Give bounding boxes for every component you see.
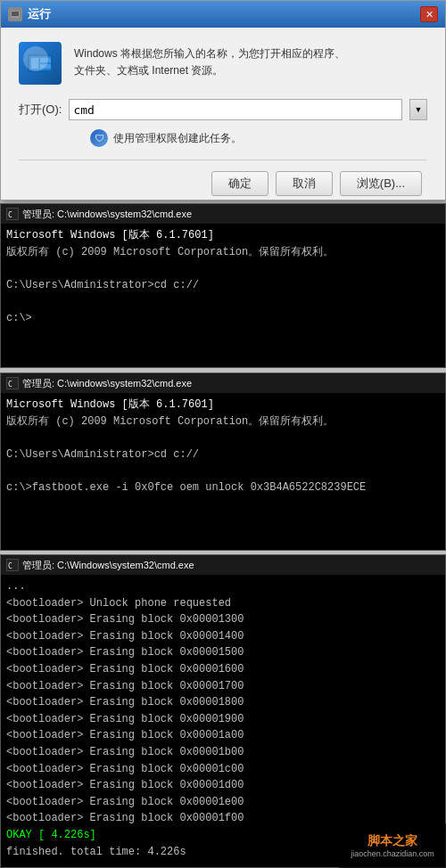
cmd-icon-3: C bbox=[6, 559, 19, 571]
cmd3-line-0: ... bbox=[6, 578, 440, 595]
dialog-titlebar: 运行 ✕ bbox=[1, 1, 445, 28]
dialog-body: Windows 将根据您所输入的名称，为您打开相应的程序、文件夹、文档或 Int… bbox=[1, 28, 445, 210]
close-button[interactable]: ✕ bbox=[420, 6, 438, 22]
cmd3-line-3: <bootloader> Erasing block 0x00001400 bbox=[6, 628, 440, 645]
dialog-buttons: 确定 取消 浏览(B)... bbox=[19, 160, 427, 196]
cmd3-line-6: <bootloader> Erasing block 0x00001700 bbox=[6, 678, 440, 695]
cmd2-line-1: Microsoft Windows [版本 6.1.7601] bbox=[6, 397, 440, 414]
svg-rect-1 bbox=[12, 12, 19, 16]
cmd-body-2: Microsoft Windows [版本 6.1.7601] 版权所有 (c)… bbox=[1, 393, 445, 500]
cmd3-line-10: <bootloader> Erasing block 0x00001b00 bbox=[6, 744, 440, 761]
cmd1-line-5 bbox=[6, 293, 440, 310]
cmd1-line-3 bbox=[6, 260, 440, 277]
watermark: 脚本之家 jiaochen.chazidian.com bbox=[339, 823, 446, 868]
watermark-line1: 脚本之家 bbox=[368, 833, 417, 849]
cmd3-line-1: <bootloader> Unlock phone requested bbox=[6, 595, 440, 612]
cmd3-line-13: <bootloader> Erasing block 0x00001e00 bbox=[6, 794, 440, 811]
cmd-title-3: 管理员: C:\Windows\system32\cmd.exe bbox=[22, 559, 194, 572]
admin-text: 使用管理权限创建此任务。 bbox=[113, 131, 242, 146]
cmd2-line-4: C:\Users\Administrator>cd c:// bbox=[6, 446, 440, 463]
svg-text:C: C bbox=[8, 211, 12, 219]
cancel-button[interactable]: 取消 bbox=[276, 171, 333, 196]
cmd-titlebar-3: C 管理员: C:\Windows\system32\cmd.exe bbox=[1, 555, 445, 575]
svg-text:C: C bbox=[8, 381, 12, 389]
cmd-icon-1: C bbox=[6, 208, 19, 220]
shield-icon: 🛡 bbox=[90, 129, 108, 147]
admin-row: 🛡 使用管理权限创建此任务。 bbox=[90, 129, 427, 147]
svg-rect-4 bbox=[31, 58, 38, 69]
run-dialog: 运行 ✕ Windows 将根据您所输入的名称，为您打开相应的程序、文件夹、文档… bbox=[0, 0, 446, 201]
run-icon bbox=[8, 7, 22, 21]
cmd3-line-2: <bootloader> Erasing block 0x00001300 bbox=[6, 611, 440, 628]
cmd-titlebar-2: C 管理员: C:\windows\system32\cmd.exe bbox=[1, 373, 445, 393]
dropdown-button[interactable]: ▼ bbox=[409, 99, 427, 120]
svg-rect-6 bbox=[40, 64, 51, 69]
cmd3-line-5: <bootloader> Erasing block 0x00001600 bbox=[6, 661, 440, 678]
cmd3-line-7: <bootloader> Erasing block 0x00001800 bbox=[6, 694, 440, 711]
watermark-line2: jiaochen.chazidian.com bbox=[351, 849, 434, 858]
cmd2-line-3 bbox=[6, 430, 440, 446]
dialog-description: Windows 将根据您所输入的名称，为您打开相应的程序、文件夹、文档或 Int… bbox=[74, 42, 345, 79]
svg-text:C: C bbox=[8, 562, 12, 570]
cmd3-line-9: <bootloader> Erasing block 0x00001a00 bbox=[6, 727, 440, 744]
cmd1-line-1: Microsoft Windows [版本 6.1.7601] bbox=[6, 227, 440, 244]
open-input[interactable] bbox=[69, 99, 402, 120]
cmd1-line-4: C:\Users\Administrator>cd c:// bbox=[6, 277, 440, 294]
browse-button[interactable]: 浏览(B)... bbox=[340, 171, 422, 196]
cmd3-line-11: <bootloader> Erasing block 0x00001c00 bbox=[6, 761, 440, 778]
cmd-title-2: 管理员: C:\windows\system32\cmd.exe bbox=[22, 377, 192, 390]
cmd-window-3: C 管理员: C:\Windows\system32\cmd.exe ...<b… bbox=[0, 554, 446, 868]
cmd-title-1: 管理员: C:\windows\system32\cmd.exe bbox=[22, 208, 192, 221]
ok-button[interactable]: 确定 bbox=[211, 171, 268, 196]
cmd2-line-2: 版权所有 (c) 2009 Microsoft Corporation。保留所有… bbox=[6, 414, 440, 430]
cmd-titlebar-1: C 管理员: C:\windows\system32\cmd.exe bbox=[1, 204, 445, 224]
cmd1-line-6: c:\> bbox=[6, 310, 440, 327]
svg-rect-5 bbox=[40, 58, 51, 62]
input-row: 打开(O): ▼ bbox=[19, 99, 427, 120]
cmd2-line-5 bbox=[6, 463, 440, 479]
cmd3-line-4: <bootloader> Erasing block 0x00001500 bbox=[6, 644, 440, 661]
titlebar-left: 运行 bbox=[8, 6, 51, 22]
cmd1-line-2: 版权所有 (c) 2009 Microsoft Corporation。保留所有… bbox=[6, 244, 440, 261]
cmd3-line-12: <bootloader> Erasing block 0x00001d00 bbox=[6, 777, 440, 794]
dialog-title: 运行 bbox=[28, 6, 51, 22]
cmd3-line-8: <bootloader> Erasing block 0x00001900 bbox=[6, 711, 440, 728]
cmd-window-2: C 管理员: C:\windows\system32\cmd.exe Micro… bbox=[0, 373, 446, 551]
cmd2-line-6: c:\>fastboot.exe -i 0x0fce oem unlock 0x… bbox=[6, 479, 440, 496]
cmd-icon-2: C bbox=[6, 377, 19, 389]
run-app-icon bbox=[19, 42, 62, 85]
cmd-body-1: Microsoft Windows [版本 6.1.7601] 版权所有 (c)… bbox=[1, 224, 445, 331]
dialog-top-section: Windows 将根据您所输入的名称，为您打开相应的程序、文件夹、文档或 Int… bbox=[19, 42, 427, 85]
input-label: 打开(O): bbox=[19, 102, 62, 118]
cmd-window-1: C 管理员: C:\windows\system32\cmd.exe Micro… bbox=[0, 203, 446, 368]
